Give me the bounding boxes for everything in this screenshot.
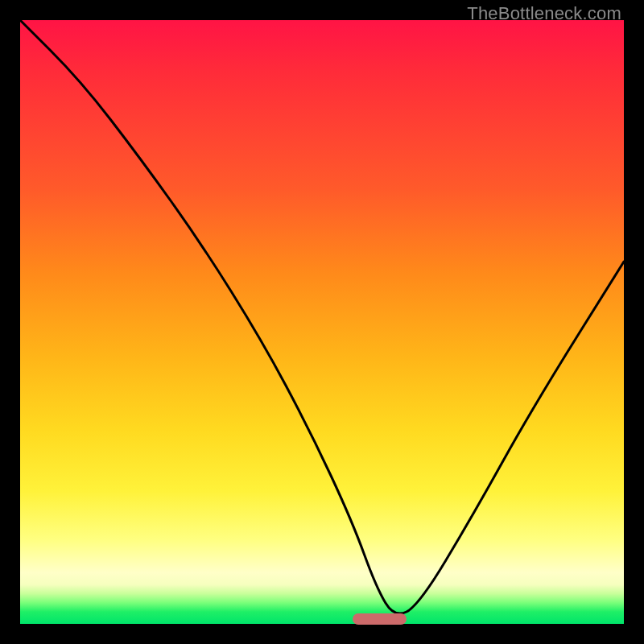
chart-frame: TheBottleneck.com [0,0,644,644]
bottleneck-curve [20,20,624,624]
optimal-range-marker [353,613,407,625]
curve-path [20,20,624,613]
plot-area [20,20,624,624]
watermark-text: TheBottleneck.com [467,3,621,24]
